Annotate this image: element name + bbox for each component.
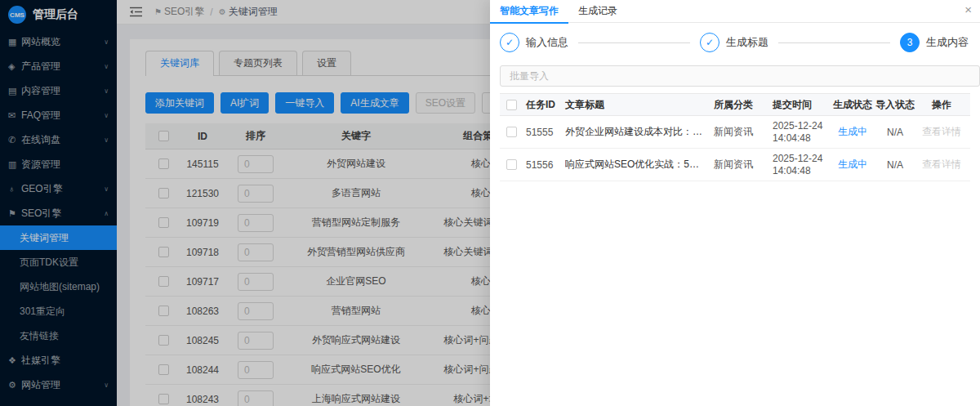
- view-details-link[interactable]: 查看详情: [922, 125, 961, 139]
- row-checkbox[interactable]: [158, 276, 169, 287]
- row-checkbox[interactable]: [158, 217, 169, 228]
- select-all-checkbox[interactable]: [506, 100, 517, 110]
- sidebar-collapse-icon[interactable]: [130, 7, 143, 18]
- sidebar-item-label: 网站管理: [21, 378, 100, 392]
- ai-generate-article-button[interactable]: AI生成文章: [341, 92, 408, 114]
- close-icon[interactable]: ×: [964, 3, 972, 16]
- breadcrumb-separator: /: [210, 7, 212, 18]
- sidebar-item-online-inquiry[interactable]: ✆ 在线询盘 ∨: [0, 127, 117, 152]
- sort-order-input[interactable]: [238, 332, 274, 350]
- sort-order-input[interactable]: [238, 273, 274, 291]
- tab-topic-page-list[interactable]: 专题页列表: [219, 51, 297, 75]
- row-checkbox[interactable]: [158, 188, 169, 199]
- row-checkbox[interactable]: [506, 159, 517, 170]
- sort-order-input[interactable]: [238, 185, 274, 203]
- row-checkbox[interactable]: [158, 394, 169, 404]
- view-details-link[interactable]: 查看详情: [922, 158, 961, 172]
- sort-order-input[interactable]: [238, 361, 274, 379]
- step-label: 生成标题: [726, 35, 768, 50]
- sidebar-item-seo-engine[interactable]: ⚑ SEO引擎 ∧: [0, 201, 117, 225]
- chevron-down-icon: ∨: [104, 136, 109, 144]
- cell-category: 新闻资讯: [710, 123, 769, 141]
- tab-keyword-library[interactable]: 关键词库: [145, 51, 214, 75]
- select-all-checkbox[interactable]: [158, 131, 169, 141]
- row-checkbox[interactable]: [158, 306, 169, 316]
- cell-keyword: 多语言网站: [287, 186, 425, 200]
- row-checkbox[interactable]: [158, 335, 169, 346]
- sidebar-item-content-management[interactable]: ▤ 内容管理 ∨: [0, 78, 117, 103]
- sidebar-item-social-media-engine[interactable]: ❖ 社媒引擎: [0, 348, 117, 373]
- table-row: 108244 响应式网站SEO优化 核心词+问题解决词: [145, 355, 490, 385]
- cell-keyword: 响应式网站SEO优化: [287, 363, 425, 377]
- sidebar-item-site-management[interactable]: ⚙ 网站管理 ∨: [0, 373, 117, 397]
- chevron-down-icon: ∨: [104, 38, 109, 46]
- tab-settings[interactable]: 设置: [302, 51, 351, 75]
- row-checkbox[interactable]: [158, 364, 169, 375]
- batch-import-wrap: 批量导入: [500, 65, 980, 87]
- sidebar-subitem-sitemap[interactable]: 网站地图(sitemap): [0, 274, 117, 299]
- table-row: 109719 营销型网站定制服务 核心关键词+意图词: [145, 208, 490, 238]
- breadcrumb-item-keyword-management: 关键词管理: [229, 5, 278, 19]
- sidebar-subitem-friendly-links[interactable]: 友情链接: [0, 323, 117, 348]
- cell-submit-date: 2025-12-24: [773, 153, 822, 164]
- sort-order-input[interactable]: [238, 302, 274, 320]
- ai-writing-drawer: 智能文章写作 生成记录 × ✓ 输入信息 ✓ 生成标题 3 生成内容 批量导入: [490, 0, 980, 406]
- sidebar-subitem-keyword-management[interactable]: 关键词管理: [0, 225, 117, 250]
- ai-expand-button[interactable]: AI扩词: [220, 92, 269, 114]
- tab-generation-records[interactable]: 生成记录: [568, 0, 627, 23]
- table-row: 109718 外贸营销型网站供应商 核心关键词+意图词: [145, 238, 490, 267]
- cell-strategy: 核心关键词+意图词: [425, 245, 490, 259]
- column-header-task-id: 任务ID: [523, 96, 562, 114]
- breadcrumb-item-seo-engine[interactable]: SEO引擎: [164, 5, 204, 19]
- check-icon: ✓: [500, 33, 519, 52]
- sidebar-item-label: 内容管理: [21, 84, 100, 98]
- cell-import-status: N/A: [874, 158, 916, 172]
- sidebar-item-label: 网站概览: [21, 35, 100, 49]
- step-generate-content: 3 生成内容: [900, 33, 969, 52]
- site-overview-icon: ▦: [8, 37, 21, 47]
- check-icon: ✓: [700, 33, 719, 52]
- cell-task-id: 51555: [523, 125, 562, 140]
- sidebar: CMS 管理后台 ▦ 网站概览 ∨ ◈ 产品管理 ∨ ▤ 内容管理 ∨: [0, 0, 117, 406]
- cell-submit-time: 14:04:48: [773, 165, 811, 176]
- cell-strategy: 核心词: [425, 157, 490, 171]
- cell-strategy: 核心词: [425, 186, 490, 200]
- column-header-article-title: 文章标题: [562, 96, 710, 114]
- sort-order-input[interactable]: [238, 214, 274, 232]
- product-icon: ◈: [8, 61, 21, 72]
- add-keyword-button[interactable]: 添加关键词: [145, 92, 214, 114]
- sort-order-input[interactable]: [238, 390, 274, 406]
- tab-smart-article-writing[interactable]: 智能文章写作: [490, 0, 568, 23]
- cell-submit-date: 2025-12-24: [773, 120, 822, 132]
- row-checkbox[interactable]: [158, 158, 169, 169]
- site-management-icon: ⚙: [8, 380, 21, 390]
- chevron-up-icon: ∧: [104, 210, 109, 217]
- cell-keyword: 外贸响应式网站建设: [287, 333, 425, 347]
- sidebar-item-site-overview[interactable]: ▦ 网站概览 ∨: [0, 29, 117, 54]
- column-header-action: 操作: [916, 96, 967, 114]
- cell-article-title: 外贸企业网站建设成本对比：响应式设计与传...: [565, 125, 707, 139]
- seo-engine-icon: ⚑: [8, 208, 21, 219]
- one-click-import-button[interactable]: 一键导入: [275, 92, 334, 114]
- sidebar-item-faq-management[interactable]: ✉ FAQ管理 ∨: [0, 103, 117, 127]
- app-window: CMS 管理后台 ▦ 网站概览 ∨ ◈ 产品管理 ∨ ▤ 内容管理 ∨: [0, 0, 980, 406]
- row-checkbox[interactable]: [158, 247, 169, 257]
- sidebar-item-geo-engine[interactable]: ♁ GEO引擎 ∨: [0, 176, 117, 201]
- sidebar-item-resource-management[interactable]: ▥ 资源管理: [0, 152, 117, 176]
- cell-id: 109718: [181, 247, 224, 258]
- sidebar-subitem-301-redirect[interactable]: 301重定向: [0, 299, 117, 323]
- cell-strategy: 核心词: [425, 304, 490, 318]
- sort-order-input[interactable]: [238, 155, 274, 173]
- sort-order-input[interactable]: [238, 243, 274, 261]
- seo-settings-button[interactable]: SEO设置: [416, 92, 475, 114]
- sidebar-subitem-page-tdk-settings[interactable]: 页面TDK设置: [0, 250, 117, 274]
- cell-id: 108263: [181, 306, 224, 317]
- sort-button[interactable]: ≡ 排序: [482, 92, 490, 114]
- sidebar-logo: CMS 管理后台: [0, 0, 117, 26]
- row-checkbox[interactable]: [506, 127, 517, 137]
- step-label: 生成内容: [926, 35, 969, 50]
- batch-import-button[interactable]: 批量导入: [500, 65, 980, 87]
- chevron-down-icon: ∨: [104, 87, 109, 95]
- sidebar-item-product-management[interactable]: ◈ 产品管理 ∨: [0, 54, 117, 78]
- breadcrumb: ⚑ SEO引擎 / ⚙ 关键词管理: [154, 5, 278, 19]
